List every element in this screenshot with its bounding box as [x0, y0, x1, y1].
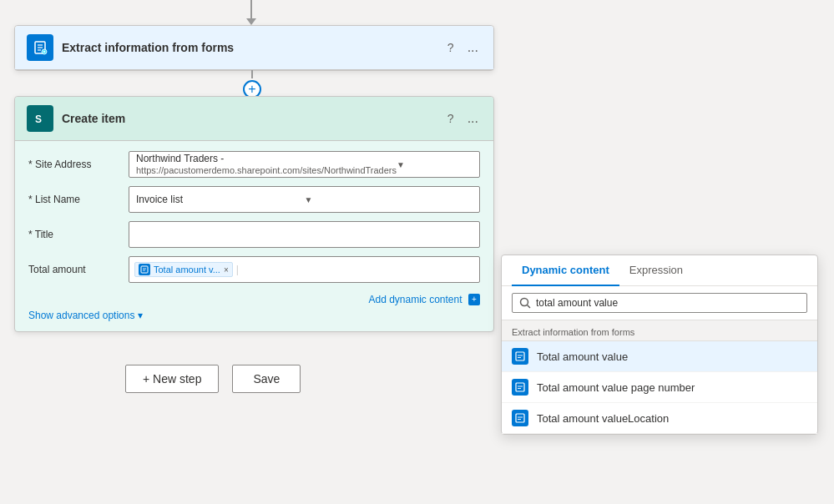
list-name-row: * List Name Invoice list ▼: [28, 186, 480, 213]
dynamic-search-input[interactable]: [536, 297, 800, 309]
site-address-label: * Site Address: [28, 159, 129, 170]
create-help-button[interactable]: ?: [444, 110, 457, 127]
token-remove-button[interactable]: ×: [224, 265, 229, 275]
list-name-label: * List Name: [28, 194, 129, 205]
extract-more-button[interactable]: ...: [464, 38, 482, 57]
svg-rect-8: [141, 266, 148, 273]
dynamic-item-icon-2: [512, 410, 528, 426]
show-advanced-label: Show advanced options: [28, 310, 134, 321]
search-wrapper: [512, 293, 807, 313]
dynamic-item-label-1: Total amount value page number: [537, 381, 695, 394]
extract-help-button[interactable]: ?: [444, 39, 457, 56]
total-amount-token: Total amount v... ×: [134, 262, 233, 277]
total-amount-row: Total amount Total amount v... ×: [28, 256, 480, 283]
show-advanced-chevron: ▾: [138, 310, 143, 321]
dynamic-item-icon-0: [512, 348, 528, 365]
total-amount-label: Total amount: [28, 264, 129, 275]
create-more-button[interactable]: ...: [464, 109, 482, 128]
create-card-title: Create item: [62, 112, 436, 125]
token-label: Total amount v...: [154, 265, 220, 275]
extract-card-header: Extract information from forms ? ...: [15, 26, 493, 70]
list-name-select[interactable]: Invoice list ▼: [129, 186, 480, 213]
extract-icon: [27, 34, 53, 61]
site-address-value: Northwind Traders - https://pacustomerde…: [136, 153, 397, 176]
dynamic-item-2[interactable]: Total amount valueLocation: [502, 403, 817, 434]
dynamic-item-1[interactable]: Total amount value page number: [502, 372, 817, 403]
svg-rect-19: [516, 414, 524, 422]
create-card-body: * Site Address Northwind Traders - https…: [15, 141, 493, 331]
svg-line-12: [528, 305, 531, 309]
show-advanced-button[interactable]: Show advanced options ▾: [28, 310, 480, 321]
extract-card-title: Extract information from forms: [62, 41, 436, 54]
svg-rect-13: [516, 352, 524, 360]
svg-rect-16: [516, 383, 524, 391]
tab-expression[interactable]: Expression: [619, 255, 693, 286]
svg-text:S: S: [35, 113, 42, 125]
dynamic-item-0[interactable]: Total amount value: [502, 341, 817, 372]
dynamic-search-area: [502, 286, 817, 320]
list-name-value: Invoice list: [136, 194, 305, 205]
total-amount-input[interactable]: Total amount v... × |: [129, 256, 480, 283]
title-label: * Title: [28, 229, 129, 240]
title-row: * Title: [28, 221, 480, 248]
site-address-chevron: ▼: [397, 160, 473, 169]
dynamic-panel-tabs: Dynamic content Expression: [502, 255, 817, 286]
dynamic-item-label-2: Total amount valueLocation: [537, 412, 669, 425]
search-icon: [519, 297, 531, 309]
title-input[interactable]: [129, 221, 480, 248]
add-dynamic-button[interactable]: Add dynamic content: [368, 294, 462, 305]
dynamic-item-label-0: Total amount value: [537, 350, 628, 363]
create-card: S Create item ? ... * Site Address North…: [14, 96, 494, 332]
dynamic-section-label: Extract information from forms: [502, 320, 817, 341]
bottom-actions: + New step Save: [125, 365, 301, 393]
list-name-chevron: ▼: [305, 195, 473, 204]
extract-card: Extract information from forms ? ...: [14, 25, 494, 71]
site-address-select[interactable]: Northwind Traders - https://pacustomerde…: [129, 151, 480, 178]
svg-point-11: [521, 299, 528, 306]
token-icon: [139, 264, 150, 275]
save-button[interactable]: Save: [232, 365, 301, 393]
tab-dynamic-content[interactable]: Dynamic content: [512, 255, 619, 286]
create-icon: S: [27, 105, 53, 132]
site-address-row: * Site Address Northwind Traders - https…: [28, 151, 480, 178]
add-dynamic-icon: +: [468, 294, 480, 305]
dynamic-item-icon-1: [512, 379, 528, 396]
new-step-button[interactable]: + New step: [125, 365, 219, 393]
create-card-header: S Create item ? ...: [15, 97, 493, 141]
dynamic-panel: Dynamic content Expression Extract infor…: [501, 255, 818, 435]
